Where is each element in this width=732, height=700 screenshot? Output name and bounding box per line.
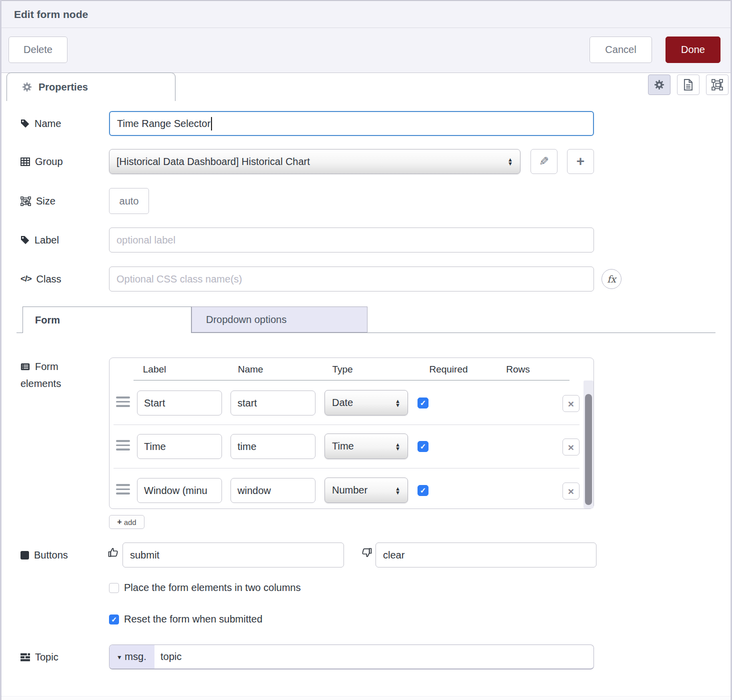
remove-element-button[interactable]: × bbox=[562, 395, 580, 412]
required-checkbox[interactable]: ✓ bbox=[418, 441, 428, 452]
tab-form[interactable]: Form bbox=[22, 306, 192, 333]
element-type-select[interactable]: Date ▲▼ bbox=[324, 390, 408, 416]
tab-dropdown-options[interactable]: Dropdown options bbox=[192, 306, 368, 332]
close-icon: × bbox=[568, 398, 574, 409]
two-columns-label: Place the form elements in two columns bbox=[124, 582, 301, 594]
table-row: Time time Time ▲▼ ✓ × bbox=[110, 424, 594, 468]
close-icon: × bbox=[568, 486, 574, 496]
form-subtabs: Form Dropdown options bbox=[2, 306, 730, 334]
description-view-button[interactable] bbox=[677, 74, 700, 95]
table-scrollbar[interactable] bbox=[584, 380, 594, 508]
column-header-required: Required bbox=[429, 364, 468, 375]
tag-icon bbox=[20, 119, 30, 128]
column-header-type: Type bbox=[332, 364, 352, 375]
appearance-view-button[interactable] bbox=[706, 74, 728, 95]
required-checkbox[interactable]: ✓ bbox=[418, 485, 428, 496]
selection-frame-icon bbox=[712, 79, 723, 90]
form-elements-label: Form bbox=[20, 361, 58, 372]
clear-button-input[interactable]: clear bbox=[376, 542, 596, 568]
add-group-button[interactable]: + bbox=[567, 149, 594, 174]
tab-properties-label: Properties bbox=[38, 82, 88, 93]
check-icon: ✓ bbox=[420, 398, 426, 408]
required-checkbox[interactable]: ✓ bbox=[418, 398, 428, 408]
label-input[interactable]: optional label bbox=[109, 228, 594, 252]
check-icon: ✓ bbox=[111, 616, 117, 624]
fx-expression-button[interactable]: fx bbox=[602, 269, 622, 289]
form-elements-table: Label Name Type Required Rows Start star… bbox=[109, 358, 594, 509]
column-header-name: Name bbox=[238, 364, 264, 375]
element-type-select[interactable]: Number ▲▼ bbox=[324, 478, 408, 503]
topic-input[interactable]: topic bbox=[154, 645, 182, 668]
close-icon: × bbox=[568, 442, 574, 452]
caret-down-icon: ▾ bbox=[118, 653, 121, 661]
check-icon: ✓ bbox=[420, 486, 426, 495]
object-group-icon bbox=[20, 196, 31, 206]
size-label: Size bbox=[20, 188, 56, 214]
two-columns-option: ✓ Place the form elements in two columns bbox=[109, 582, 301, 594]
element-label-input[interactable]: Window (minu bbox=[137, 478, 222, 503]
remove-element-button[interactable]: × bbox=[562, 438, 580, 456]
group-label: Group bbox=[20, 149, 63, 174]
drag-handle-icon[interactable] bbox=[116, 396, 130, 410]
edit-form-node-dialog: Edit form node Delete Cancel Done Proper… bbox=[0, 0, 732, 700]
tasks-icon bbox=[20, 653, 30, 662]
text-cursor bbox=[211, 117, 212, 130]
delete-button[interactable]: Delete bbox=[8, 36, 68, 63]
reset-form-label: Reset the form when submitted bbox=[124, 614, 262, 625]
form-elements-label-line2: elements bbox=[20, 378, 61, 390]
label-label: Label bbox=[20, 228, 59, 252]
table-row: Window (minu window Number ▲▼ ✓ × bbox=[110, 468, 594, 512]
pencil-icon: ✎ bbox=[539, 154, 549, 168]
select-arrows-icon: ▲▼ bbox=[395, 486, 400, 494]
size-button[interactable]: auto bbox=[109, 188, 149, 214]
column-header-rows: Rows bbox=[506, 364, 530, 375]
scrollbar-thumb[interactable] bbox=[585, 394, 592, 505]
cancel-button[interactable]: Cancel bbox=[590, 36, 652, 63]
properties-view-button[interactable] bbox=[648, 74, 670, 95]
add-element-button[interactable]: + add bbox=[109, 515, 144, 529]
tab-properties[interactable]: Properties bbox=[6, 72, 176, 101]
done-button[interactable]: Done bbox=[666, 36, 720, 63]
drag-handle-icon[interactable] bbox=[116, 440, 130, 453]
edit-group-button[interactable]: ✎ bbox=[530, 149, 558, 174]
two-columns-checkbox[interactable]: ✓ bbox=[109, 583, 119, 593]
plus-icon: + bbox=[576, 154, 584, 170]
drag-handle-icon[interactable] bbox=[116, 484, 130, 497]
remove-element-button[interactable]: × bbox=[562, 482, 580, 500]
element-label-input[interactable]: Time bbox=[137, 434, 222, 459]
check-icon: ✓ bbox=[420, 442, 426, 451]
thumbs-down-icon bbox=[360, 546, 372, 558]
element-type-select[interactable]: Time ▲▼ bbox=[324, 434, 408, 459]
class-input[interactable]: Optional CSS class name(s) bbox=[109, 266, 594, 292]
tag-icon bbox=[20, 236, 30, 244]
select-arrows-icon: ▲▼ bbox=[508, 158, 513, 166]
element-name-input[interactable]: time bbox=[230, 434, 316, 459]
buttons-label: Buttons bbox=[20, 542, 68, 568]
bottom-strip bbox=[2, 696, 730, 700]
code-icon: </> bbox=[20, 274, 32, 284]
class-label: </> Class bbox=[20, 266, 62, 292]
table-header-divider bbox=[134, 380, 570, 380]
gear-icon bbox=[654, 80, 664, 90]
table-row: Start start Date ▲▼ ✓ × bbox=[110, 381, 594, 424]
class-placeholder: Optional CSS class name(s) bbox=[116, 274, 242, 285]
table-icon bbox=[20, 158, 30, 166]
name-input[interactable]: Time Range Selector bbox=[109, 111, 594, 136]
element-label-input[interactable]: Start bbox=[137, 390, 222, 416]
list-icon bbox=[20, 363, 30, 370]
thumbs-up-icon bbox=[108, 546, 120, 558]
submit-button-input[interactable]: submit bbox=[122, 542, 344, 568]
dialog-title: Edit form node bbox=[14, 8, 88, 20]
gear-icon bbox=[22, 82, 32, 92]
topic-type-select[interactable]: ▾ msg. bbox=[110, 645, 154, 668]
column-header-label: Label bbox=[143, 364, 166, 375]
reset-form-option: ✓ Reset the form when submitted bbox=[109, 614, 262, 625]
element-name-input[interactable]: start bbox=[230, 390, 316, 416]
topic-prefix-label: msg. bbox=[124, 651, 146, 662]
document-icon bbox=[684, 79, 693, 90]
group-select[interactable]: [Historical Data Dashboard] Historical C… bbox=[109, 149, 520, 174]
select-arrows-icon: ▲▼ bbox=[395, 442, 400, 450]
reset-form-checkbox[interactable]: ✓ bbox=[109, 614, 119, 624]
topic-label: Topic bbox=[20, 644, 58, 670]
element-name-input[interactable]: window bbox=[230, 478, 316, 503]
